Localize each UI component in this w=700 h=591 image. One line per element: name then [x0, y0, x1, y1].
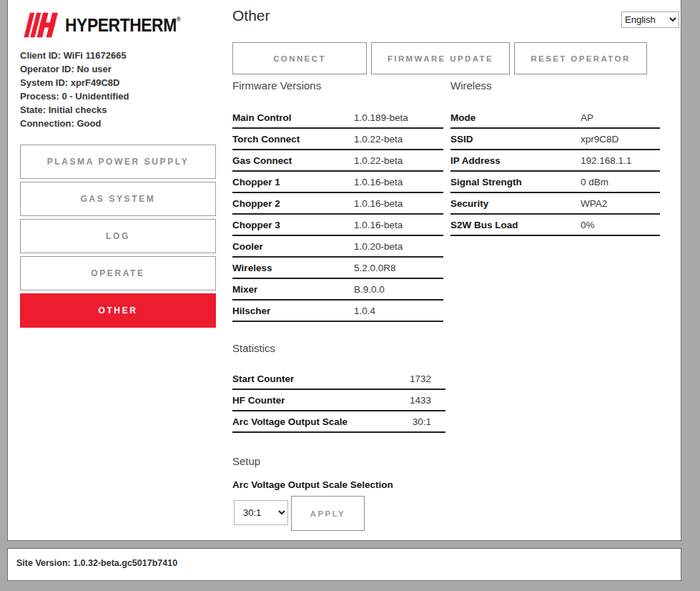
row-value: 1.0.16-beta [354, 198, 403, 209]
table-row: Wireless5.2.0.0R8 [232, 258, 443, 279]
action-buttons: CONNECT FIRMWARE UPDATE RESET OPERATOR [232, 42, 647, 74]
client-id-line: Client ID: WiFi 11672665 [20, 49, 224, 62]
hypertherm-logo: HYPERTHERM® [24, 9, 196, 41]
table-row: Torch Connect1.0.22-beta [232, 129, 443, 150]
arc-voltage-scale-selection-label: Arc Voltage Output Scale Selection [232, 479, 393, 490]
row-value: B.9.0.0 [354, 284, 385, 295]
row-value: 0% [581, 220, 595, 230]
table-row: S2W Bus Load0% [450, 215, 660, 236]
row-label: Main Control [232, 112, 292, 123]
wireless-heading: Wireless [450, 79, 492, 92]
row-value: 192.168.1.1 [581, 155, 631, 166]
row-label: Arc Voltage Output Scale [232, 416, 347, 427]
row-value: 1.0.189-beta [354, 112, 408, 123]
row-value: 30:1 [413, 416, 431, 427]
main-content: Other English CONNECT FIRMWARE UPDATE RE… [232, 0, 670, 541]
sidebar-item-operate[interactable]: OPERATE [20, 256, 216, 290]
row-value: 1.0.16-beta [354, 220, 403, 230]
firmware-versions-table: Main Control1.0.189-beta Torch Connect1.… [232, 107, 443, 322]
row-label: Security [450, 198, 488, 209]
row-label: Gas Connect [232, 155, 292, 166]
table-row: IP Address192.168.1.1 [450, 150, 660, 172]
statistics-table: Start Counter1732 HF Counter1433 Arc Vol… [232, 368, 445, 433]
row-label: Chopper 2 [232, 198, 280, 209]
table-row: HF Counter1433 [232, 390, 445, 411]
row-label: SSID [450, 134, 473, 145]
row-value: 1.0.22-beta [354, 134, 403, 145]
sidebar-item-gas-system[interactable]: GAS SYSTEM [20, 182, 216, 216]
table-row: MixerB.9.0.0 [232, 279, 443, 301]
table-row: Chopper 11.0.16-beta [232, 172, 443, 193]
connect-button[interactable]: CONNECT [232, 42, 367, 74]
sidebar-item-plasma-power-supply[interactable]: PLASMA POWER SUPPLY [20, 145, 216, 179]
language-select[interactable]: English [621, 11, 679, 28]
system-id-line: System ID: xprF49C8D [20, 76, 224, 89]
row-label: Chopper 3 [232, 220, 280, 230]
process-line: Process: 0 - Unidentified [20, 89, 224, 103]
row-value: AP [581, 112, 593, 123]
table-row: SSIDxpr9C8D [450, 129, 660, 150]
table-row: ModeAP [450, 107, 660, 129]
row-label: Wireless [232, 263, 272, 273]
row-label: HF Counter [232, 395, 285, 406]
row-value: 1.0.4 [354, 306, 375, 316]
table-row: SecurityWPA2 [450, 193, 660, 215]
row-value: 5.2.0.0R8 [354, 263, 396, 273]
row-label: Cooler [232, 241, 263, 252]
table-row: Start Counter1732 [232, 368, 445, 390]
row-value: 1732 [410, 373, 431, 384]
row-label: IP Address [450, 155, 501, 166]
wireless-table: ModeAP SSIDxpr9C8D IP Address192.168.1.1… [450, 107, 660, 236]
row-label: Chopper 1 [232, 177, 280, 187]
table-row: Chopper 31.0.16-beta [232, 215, 443, 236]
sidebar-item-other[interactable]: OTHER [20, 293, 216, 328]
operator-id-line: Operator ID: No user [20, 62, 224, 76]
setup-heading: Setup [232, 455, 260, 467]
statistics-heading: Statistics [232, 342, 275, 354]
table-row: Cooler1.0.20-beta [232, 236, 443, 258]
row-value: 1.0.20-beta [354, 241, 403, 252]
connection-line: Connection: Good [20, 117, 224, 130]
table-row: Hilscher1.0.4 [232, 301, 443, 322]
row-label: Hilscher [232, 306, 270, 316]
table-row: Main Control1.0.189-beta [232, 107, 443, 129]
page-title: Other [232, 7, 270, 24]
firmware-update-button[interactable]: FIRMWARE UPDATE [371, 42, 510, 74]
sidebar-nav: PLASMA POWER SUPPLY GAS SYSTEM LOG OPERA… [20, 145, 216, 331]
main-panel: HYPERTHERM® Client ID: WiFi 11672665 Ope… [7, 0, 681, 541]
registered-mark: ® [177, 16, 180, 23]
state-line: State: Initial checks [20, 103, 224, 117]
row-label: S2W Bus Load [450, 220, 518, 230]
row-label: Start Counter [232, 373, 294, 384]
apply-button[interactable]: APPLY [291, 496, 365, 531]
table-row: Signal Strength0 dBm [450, 172, 660, 193]
table-row: Chopper 21.0.16-beta [232, 193, 443, 215]
firmware-versions-heading: Firmware Versions [232, 79, 321, 92]
reset-operator-button[interactable]: RESET OPERATOR [514, 42, 647, 74]
arc-voltage-scale-select[interactable]: 30:1 [234, 500, 288, 525]
row-label: Mixer [232, 284, 257, 295]
row-label: Signal Strength [450, 177, 522, 187]
footer-bar: Site Version: 1.0.32-beta.gc5017b7410 [7, 548, 681, 581]
row-value: 0 dBm [581, 177, 608, 187]
row-value: 1433 [410, 395, 431, 406]
client-info: Client ID: WiFi 11672665 Operator ID: No… [20, 49, 224, 130]
hypertherm-wordmark: HYPERTHERM® [65, 14, 180, 36]
row-value: xpr9C8D [581, 134, 618, 145]
table-row: Gas Connect1.0.22-beta [232, 150, 443, 172]
hypertherm-logo-icon [24, 9, 59, 41]
site-version-text: Site Version: 1.0.32-beta.gc5017b7410 [16, 558, 177, 568]
row-value: WPA2 [581, 198, 607, 209]
sidebar-item-log[interactable]: LOG [20, 219, 216, 253]
table-row: Arc Voltage Output Scale30:1 [232, 411, 445, 433]
row-label: Mode [450, 112, 475, 123]
row-label: Torch Connect [232, 134, 300, 145]
row-value: 1.0.22-beta [354, 155, 403, 166]
row-value: 1.0.16-beta [354, 177, 403, 187]
